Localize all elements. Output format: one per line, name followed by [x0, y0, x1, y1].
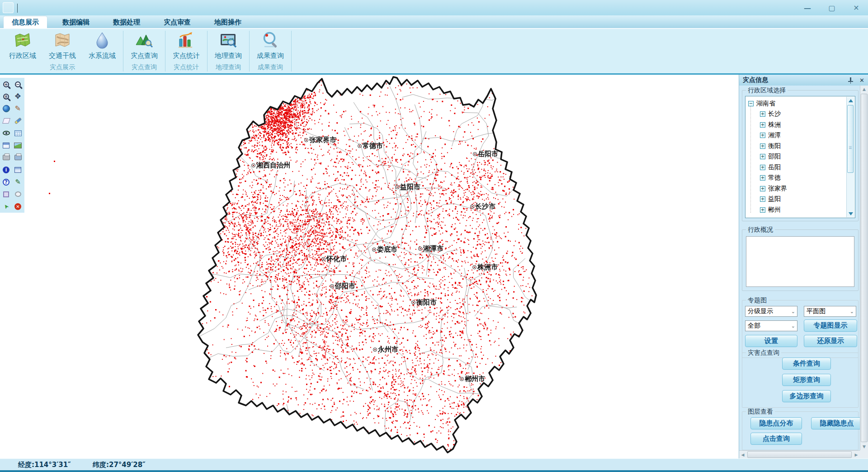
panel-vertical-scrollbar[interactable]: ▲ ▼	[860, 86, 868, 450]
zoom-extent-icon[interactable]: ±	[0, 91, 12, 102]
tree-scroll-thumb[interactable]	[847, 105, 854, 173]
map-type-select[interactable]: 平面图 ⌄	[804, 306, 856, 317]
disaster-query-button-1[interactable]: 条件查询	[782, 358, 831, 370]
print-icon[interactable]	[0, 152, 12, 163]
tab-3[interactable]: 数据处理	[105, 16, 148, 28]
tab-1[interactable]: 信息展示	[4, 16, 47, 28]
tree-node-label: 衡阳	[768, 142, 781, 150]
show-thematic-button[interactable]: 专题图显示	[804, 319, 857, 332]
traffic-map-icon	[53, 31, 72, 50]
panel-close-icon[interactable]: ✕	[859, 77, 864, 84]
disaster-query-button-3[interactable]: 多边形查询	[782, 390, 831, 402]
disaster-query-group: 灾害点查询 条件查询矩形查询多边形查询	[742, 353, 859, 408]
display-mode-select[interactable]: 分级显示 ⌄	[745, 306, 797, 317]
info-icon[interactable]: i	[0, 164, 12, 175]
expand-icon[interactable]: +	[760, 154, 765, 159]
globe-icon[interactable]	[0, 103, 12, 114]
scroll-down-icon[interactable]: ▼	[863, 444, 866, 449]
ribbon-button-map-search[interactable]: 地理查询	[208, 29, 248, 63]
tree-node-5[interactable]: +邵阳	[748, 152, 845, 162]
tree-node-label: 邵阳	[768, 153, 781, 161]
layer-view-button-1[interactable]: 隐患点分布	[750, 417, 802, 429]
ribbon-button-traffic-map[interactable]: 交通干线	[42, 29, 82, 63]
attribute-table-icon[interactable]	[12, 128, 24, 138]
brush-icon[interactable]	[12, 115, 24, 126]
help-icon[interactable]: ?	[0, 176, 12, 187]
tab-2[interactable]: 数据编辑	[54, 16, 98, 28]
ellipse-icon[interactable]	[12, 189, 24, 200]
expand-icon[interactable]: +	[760, 186, 765, 191]
region-tree[interactable]: −湖南省+长沙+株洲+湘潭+衡阳+邵阳+岳阳+常德+张家界+益阳+郴州	[745, 96, 855, 218]
print-color-icon[interactable]	[12, 152, 24, 163]
tree-node-1[interactable]: +长沙	[748, 109, 845, 120]
scroll-right-icon[interactable]: ▶	[855, 453, 858, 457]
draw-line-icon[interactable]: ✎	[12, 103, 24, 114]
tab-5[interactable]: 地图操作	[206, 16, 250, 28]
panel-hscroll-thumb[interactable]	[747, 451, 852, 458]
ribbon-button-mountain-search[interactable]: 灾点查询	[124, 29, 164, 63]
ribbon-button-bar-chart[interactable]: 灾点统计	[166, 29, 206, 63]
ribbon-group-label: 灾点统计	[166, 63, 206, 73]
ribbon-button-water-drop[interactable]: 水系流域	[82, 29, 122, 63]
settings-button[interactable]: 设置	[745, 335, 797, 347]
ribbon-button-admin-region-map[interactable]: 行政区域	[3, 29, 42, 63]
zoom-out-icon[interactable]: −	[12, 79, 24, 90]
tree-node-2[interactable]: +株洲	[748, 119, 845, 130]
reset-display-button[interactable]: 还原显示	[804, 335, 857, 347]
pan-icon[interactable]: ✥	[12, 91, 24, 102]
expand-icon[interactable]: +	[760, 207, 765, 213]
expand-icon[interactable]: +	[760, 111, 765, 117]
hunan-map[interactable]	[194, 76, 538, 456]
panel-horizontal-scrollbar[interactable]: ◀ ▶	[739, 450, 860, 458]
tree-node-3[interactable]: +湘潭	[748, 130, 845, 141]
zoom-in-icon[interactable]: +	[0, 79, 12, 90]
disaster-query-button-2[interactable]: 矩形查询	[782, 374, 831, 386]
scroll-down-icon[interactable]	[849, 212, 853, 215]
quick-access-box[interactable]	[3, 2, 14, 13]
ribbon-separator	[165, 31, 165, 72]
ribbon-button-label: 成果查询	[257, 52, 284, 60]
map-toolbar: +−±✥✎i?✎➤✕	[0, 78, 24, 213]
ribbon-group-label: 地理查询	[208, 63, 248, 73]
scope-select[interactable]: 全部 ⌄	[745, 320, 797, 331]
panel-scroll-thumb[interactable]	[861, 94, 868, 442]
scroll-left-icon[interactable]: ◀	[741, 453, 745, 457]
sketch-icon[interactable]: ✎	[12, 176, 24, 187]
select-icon[interactable]: ➤	[0, 201, 12, 212]
map-area[interactable]: 张家界市常德市岳阳市湘西自治州益阳市长沙市娄底市湘潭市怀化市株洲市邵阳市衡阳市永…	[0, 75, 739, 458]
tree-node-7[interactable]: +常德	[748, 173, 845, 184]
ribbon-button-result-search[interactable]: 成果查询	[250, 29, 290, 63]
expand-icon[interactable]: +	[760, 143, 765, 149]
restore-icon[interactable]: ▢	[826, 4, 837, 12]
expand-icon[interactable]: +	[760, 196, 765, 202]
tree-node-label: 张家界	[768, 185, 787, 193]
scroll-up-icon[interactable]	[849, 99, 853, 102]
image-icon[interactable]	[12, 140, 24, 151]
pin-icon[interactable]	[848, 77, 853, 83]
tree-node-4[interactable]: +衡阳	[748, 141, 845, 152]
polygon-icon[interactable]	[0, 115, 12, 126]
delete-icon[interactable]: ✕	[12, 201, 24, 212]
tab-4[interactable]: 灾点审查	[156, 16, 199, 28]
tree-scrollbar[interactable]	[846, 97, 854, 217]
window-icon[interactable]	[12, 164, 24, 175]
form-icon[interactable]	[0, 140, 12, 151]
layer-view-button-3[interactable]: 点击查询	[750, 433, 802, 445]
tree-node-root[interactable]: −湖南省	[748, 98, 845, 109]
tree-node-10[interactable]: +郴州	[748, 205, 845, 215]
region-overview-text[interactable]	[746, 236, 854, 287]
rectangle-icon[interactable]	[0, 189, 12, 200]
tree-node-6[interactable]: +岳阳	[748, 162, 845, 173]
close-icon[interactable]: ✕	[851, 4, 862, 12]
scroll-up-icon[interactable]: ▲	[863, 87, 866, 91]
layer-view-button-2[interactable]: 隐藏隐患点	[811, 417, 863, 429]
tree-node-9[interactable]: +益阳	[748, 194, 845, 205]
eye-icon[interactable]	[0, 128, 12, 138]
expand-icon[interactable]: +	[760, 122, 765, 128]
tree-node-8[interactable]: +张家界	[748, 183, 845, 194]
collapse-icon[interactable]: −	[748, 101, 754, 106]
minimize-icon[interactable]: —	[802, 4, 813, 12]
expand-icon[interactable]: +	[760, 175, 765, 181]
expand-icon[interactable]: +	[760, 165, 765, 170]
expand-icon[interactable]: +	[760, 133, 765, 138]
